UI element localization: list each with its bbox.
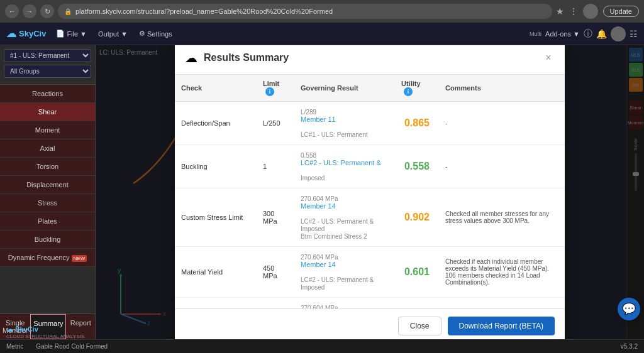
limit-cell: 450 MPa bbox=[257, 247, 294, 298]
bookmark-icon[interactable]: ★ bbox=[556, 6, 564, 16]
table-row: Custom Stress Limit 300 MPa 270.604 MPa … bbox=[175, 188, 565, 247]
addons-icon[interactable]: Add-ons ▼ bbox=[545, 30, 580, 38]
url-bar[interactable]: 🔒 platform.skyciv.com/structural?preload… bbox=[58, 4, 552, 19]
comments-cell: Checked if each individual member exceed… bbox=[439, 298, 565, 309]
settings-label: Settings bbox=[147, 30, 172, 38]
col-header-governing: Governing Result bbox=[294, 75, 395, 102]
logo-text: SkyCiv bbox=[19, 29, 46, 38]
status-bar: Metric Gable Rood Cold Formed v5.3.2 bbox=[0, 339, 644, 353]
modal-logo-icon: ☁ bbox=[185, 50, 197, 65]
chat-bubble[interactable]: 💬 bbox=[618, 298, 640, 320]
limit-cell: L/250 bbox=[257, 102, 294, 145]
modal-overlay: ☁ Results Summary × Check Limit bbox=[96, 45, 644, 339]
col-header-utility: Utility i bbox=[395, 75, 439, 102]
check-cell: Custom Stress Limit bbox=[175, 188, 257, 247]
version-label: v5.3.2 bbox=[621, 343, 638, 350]
header-menu: 📄 File ▼ Output ▼ ⚙ Settings bbox=[51, 27, 177, 40]
comments-cell: - bbox=[439, 145, 565, 188]
sidebar-item-torsion[interactable]: Torsion bbox=[0, 158, 95, 176]
close-button[interactable]: Close bbox=[398, 317, 441, 335]
preload-label: Gable Rood Cold Formed bbox=[36, 343, 108, 350]
results-table: Check Limit i Governing Result bbox=[175, 75, 565, 308]
skyciv-footer-brand: ☁ SkyCiv CLOUD STRUCTURAL ANALYSIS bbox=[6, 325, 84, 339]
check-cell: Material Yield bbox=[175, 247, 257, 298]
user-avatar bbox=[583, 4, 598, 19]
sidebar: #1 - ULS: Permanent All Groups Reactions… bbox=[0, 45, 96, 339]
limit-cell: 1 bbox=[257, 145, 294, 188]
lock-icon: 🔒 bbox=[64, 8, 72, 15]
sidebar-item-displacement[interactable]: Displacement bbox=[0, 176, 95, 194]
main-layout: #1 - ULS: Permanent All Groups Reactions… bbox=[0, 45, 644, 339]
sidebar-menu: Reactions Shear Moment Axial Torsion Dis… bbox=[0, 85, 95, 313]
col-header-check: Check bbox=[175, 75, 257, 102]
load-group-select[interactable]: All Groups bbox=[4, 65, 91, 78]
file-icon: 📄 bbox=[56, 30, 65, 38]
sidebar-item-stress[interactable]: Stress bbox=[0, 194, 95, 212]
app-logo: ☁ SkyCiv bbox=[6, 28, 46, 40]
modal-header: ☁ Results Summary × bbox=[175, 45, 565, 75]
col-header-comments: Comments bbox=[439, 75, 565, 102]
governing-cell: 0.558 LC#2 - ULS: Permanent & Imposed bbox=[294, 145, 395, 188]
url-text: platform.skyciv.com/structural?preload_n… bbox=[75, 8, 333, 15]
back-button[interactable]: ← bbox=[5, 4, 19, 18]
header-icons: Multi Add-ons ▼ ⓘ 🔔 ☷ bbox=[530, 26, 638, 41]
table-row: Buckling 1 0.558 LC#2 - ULS: Permanent &… bbox=[175, 145, 565, 188]
sidebar-item-reactions[interactable]: Reactions bbox=[0, 85, 95, 103]
results-modal: ☁ Results Summary × Check Limit bbox=[175, 45, 565, 339]
comments-cell: Checked if each individual member exceed… bbox=[439, 247, 565, 298]
governing-link[interactable]: Member 11 bbox=[301, 116, 389, 123]
utility-info-icon[interactable]: i bbox=[404, 87, 413, 96]
output-menu[interactable]: Output ▼ bbox=[93, 27, 133, 40]
governing-link[interactable]: LC#2 - ULS: Permanent & bbox=[301, 159, 389, 166]
utility-cell: 0.865 bbox=[395, 102, 439, 145]
file-menu[interactable]: 📄 File ▼ bbox=[51, 27, 92, 40]
forward-button[interactable]: → bbox=[23, 4, 36, 18]
check-cell: Buckling bbox=[175, 145, 257, 188]
utility-value: 0.601 bbox=[404, 266, 430, 277]
settings-menu[interactable]: ⚙ Settings bbox=[134, 27, 177, 40]
utility-value: 0.865 bbox=[404, 117, 430, 128]
governing-cell: 270.604 MPa Member 14 LC#2 - ULS: Perman… bbox=[294, 188, 395, 247]
metric-label: Metric bbox=[6, 343, 23, 350]
modal-title: Results Summary bbox=[204, 52, 536, 63]
sidebar-item-buckling[interactable]: Buckling bbox=[0, 231, 95, 249]
governing-cell: 270.604 MPa Member 14 LC#2 - ULS: Perman… bbox=[294, 247, 395, 298]
sidebar-item-axial[interactable]: Axial bbox=[0, 139, 95, 158]
sidebar-item-moment[interactable]: Moment bbox=[0, 121, 95, 139]
logo-icon: ☁ bbox=[6, 28, 16, 40]
update-button[interactable]: Update bbox=[603, 6, 639, 17]
table-row: Material Yield 450 MPa 270.604 MPa Membe… bbox=[175, 247, 565, 298]
modal-footer: Close Download Report (BETA) bbox=[175, 308, 565, 339]
menu-icon[interactable]: ⋮ bbox=[569, 6, 578, 16]
utility-cell: 0.52 bbox=[395, 298, 439, 309]
refresh-button[interactable]: ↻ bbox=[40, 4, 54, 18]
governing-link[interactable]: Member 14 bbox=[301, 202, 389, 210]
governing-link[interactable]: Member 14 bbox=[301, 261, 389, 268]
check-cell: Material Strength bbox=[175, 298, 257, 309]
modal-body: Check Limit i Governing Result bbox=[175, 75, 565, 308]
sidebar-item-dynamic[interactable]: Dynamic Frequency NEW bbox=[0, 249, 95, 267]
download-report-button[interactable]: Download Report (BETA) bbox=[448, 317, 555, 335]
file-label: File bbox=[67, 30, 78, 38]
check-cell: Deflection/Span bbox=[175, 102, 257, 145]
limit-info-icon[interactable]: i bbox=[265, 87, 274, 96]
grid-icon[interactable]: ☷ bbox=[630, 29, 638, 39]
notification-icon[interactable]: 🔔 bbox=[596, 29, 607, 39]
modal-close-button[interactable]: × bbox=[542, 52, 555, 64]
utility-cell: 0.558 bbox=[395, 145, 439, 188]
utility-cell: 0.902 bbox=[395, 188, 439, 247]
limit-cell: 300 MPa bbox=[257, 188, 294, 247]
app-header: ☁ SkyCiv 📄 File ▼ Output ▼ ⚙ Settings Mu… bbox=[0, 23, 644, 45]
comments-cell: - bbox=[439, 102, 565, 145]
load-combo-select[interactable]: #1 - ULS: Permanent bbox=[4, 49, 91, 62]
browser-bar: ← → ↻ 🔒 platform.skyciv.com/structural?p… bbox=[0, 0, 644, 23]
table-row: Deflection/Span L/250 L/289 Member 11 LC… bbox=[175, 102, 565, 145]
multi-label: Multi bbox=[530, 31, 541, 37]
help-icon[interactable]: ⓘ bbox=[584, 28, 592, 40]
user-avatar-header[interactable] bbox=[611, 26, 626, 41]
canvas-area: LC: ULS: Permanent x y z ULS SLS Uti bbox=[96, 45, 644, 339]
limit-cell: 520 MPa bbox=[257, 298, 294, 309]
sidebar-item-shear[interactable]: Shear bbox=[0, 103, 95, 121]
governing-cell: 270.604 MPa Member 14 LC#2 - ULS: Perman… bbox=[294, 298, 395, 309]
sidebar-item-plates[interactable]: Plates bbox=[0, 212, 95, 231]
